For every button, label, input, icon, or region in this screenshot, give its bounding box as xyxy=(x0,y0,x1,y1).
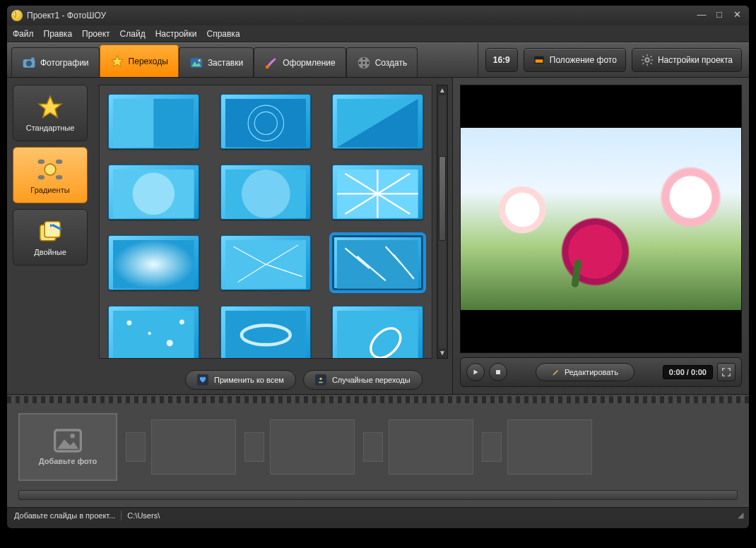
timeline-scrollbar[interactable] xyxy=(18,490,738,500)
slide-slot[interactable] xyxy=(389,419,473,475)
transition-preview-icon xyxy=(113,99,194,148)
transition-thumb[interactable] xyxy=(220,94,312,149)
status-hint: Добавьте слайды в проект... xyxy=(14,511,115,520)
svg-point-61 xyxy=(148,332,151,335)
random-transitions-button[interactable]: Случайные переходы xyxy=(303,370,423,390)
preview-stage xyxy=(460,85,742,353)
tab-decor[interactable]: Оформление xyxy=(254,47,345,77)
svg-point-27 xyxy=(45,164,56,175)
timeline-slot-pair xyxy=(126,419,236,475)
svg-point-70 xyxy=(70,434,75,439)
svg-point-59 xyxy=(126,321,131,326)
stop-button[interactable] xyxy=(489,363,507,381)
menu-settings[interactable]: Настройки xyxy=(155,29,197,39)
category-double-label: Двойные xyxy=(34,248,66,256)
project-settings-button[interactable]: Настройки проекта xyxy=(632,48,742,72)
svg-point-30 xyxy=(38,160,45,164)
transition-thumb[interactable] xyxy=(332,306,423,359)
svg-rect-2 xyxy=(31,57,34,59)
transition-slot[interactable] xyxy=(244,432,264,462)
timeline-slot-pair xyxy=(244,419,355,475)
apply-all-button[interactable]: Применить ко всем xyxy=(185,370,296,390)
gallery-scrollbar[interactable]: ▲ ▼ xyxy=(437,85,448,359)
category-standard[interactable]: Стандартные xyxy=(13,85,88,141)
preview-image xyxy=(461,128,741,309)
transition-thumb[interactable] xyxy=(220,235,312,290)
maximize-button[interactable]: □ xyxy=(711,10,727,21)
window-title: Проект1 - ФотоШОУ xyxy=(27,11,106,20)
transition-preview-icon xyxy=(337,169,418,218)
resize-grip[interactable]: ◢ xyxy=(738,511,742,520)
transition-thumb[interactable] xyxy=(108,165,199,220)
scroll-up-arrow[interactable]: ▲ xyxy=(437,85,447,95)
svg-rect-63 xyxy=(225,311,307,359)
brush-icon xyxy=(264,56,278,70)
transition-thumb[interactable] xyxy=(220,165,312,220)
transition-thumb[interactable] xyxy=(332,94,423,149)
slide-slot[interactable] xyxy=(507,419,592,475)
transition-thumb[interactable] xyxy=(332,165,423,220)
svg-rect-58 xyxy=(113,311,194,359)
apply-all-label: Применить ко всем xyxy=(214,376,284,384)
picture-icon xyxy=(189,56,203,70)
timeline: Добавьте фото xyxy=(7,394,749,507)
transition-thumb[interactable] xyxy=(332,235,423,290)
transition-slot[interactable] xyxy=(482,432,502,462)
tab-photos-label: Фотографии xyxy=(40,58,89,68)
fullscreen-button[interactable] xyxy=(717,363,736,381)
close-button[interactable]: ✕ xyxy=(729,10,745,21)
tab-titles[interactable]: Заставки xyxy=(179,47,254,77)
transition-thumb[interactable] xyxy=(108,94,199,149)
image-placeholder-icon xyxy=(54,429,82,453)
heart-icon xyxy=(197,374,208,386)
menu-file[interactable]: Файл xyxy=(13,29,34,39)
svg-point-28 xyxy=(38,175,45,179)
preview-controls: Редактировать 0:00 / 0:00 xyxy=(460,357,742,387)
slide-slot[interactable] xyxy=(151,419,236,475)
svg-rect-23 xyxy=(650,56,652,58)
svg-point-45 xyxy=(242,169,290,218)
aspect-ratio-label: 16:9 xyxy=(493,55,510,65)
scroll-down-arrow[interactable]: ▼ xyxy=(437,348,447,358)
svg-rect-51 xyxy=(113,240,194,289)
transition-thumb[interactable] xyxy=(108,306,199,359)
transition-thumb[interactable] xyxy=(108,235,199,290)
menu-edit[interactable]: Правка xyxy=(44,29,73,39)
tab-transitions-label: Переходы xyxy=(129,56,168,66)
svg-point-10 xyxy=(362,57,365,59)
menu-project[interactable]: Проект xyxy=(82,29,110,39)
timeline-slot-pair xyxy=(363,419,473,475)
transition-slot[interactable] xyxy=(363,432,383,462)
photo-position-button[interactable]: Положение фото xyxy=(524,48,626,72)
add-photo-slot[interactable]: Добавьте фото xyxy=(18,413,117,481)
camera-icon xyxy=(22,56,36,70)
filmstrip-decoration xyxy=(7,396,749,403)
slide-slot[interactable] xyxy=(270,419,355,475)
category-gradients-label: Градиенты xyxy=(30,186,69,194)
edit-button[interactable]: Редактировать xyxy=(536,363,634,381)
transitions-gallery xyxy=(99,85,432,359)
menubar: Файл Правка Проект Слайд Настройки Справ… xyxy=(7,25,749,42)
svg-point-43 xyxy=(133,173,175,215)
svg-rect-37 xyxy=(225,99,307,148)
menu-help[interactable]: Справка xyxy=(206,29,240,39)
spotlights-icon xyxy=(37,156,64,183)
svg-marker-67 xyxy=(474,370,478,375)
transition-slot[interactable] xyxy=(126,432,146,462)
svg-point-11 xyxy=(362,66,365,68)
category-gradients[interactable]: Градиенты xyxy=(13,147,88,203)
svg-point-66 xyxy=(319,378,321,380)
star-icon xyxy=(37,94,64,121)
app-icon xyxy=(11,10,23,21)
transition-thumb[interactable] xyxy=(220,306,312,359)
menu-slide[interactable]: Слайд xyxy=(120,29,146,39)
aspect-ratio-button[interactable]: 16:9 xyxy=(485,48,518,72)
tab-photos[interactable]: Фотографии xyxy=(11,47,100,77)
category-double[interactable]: Двойные xyxy=(13,209,88,266)
play-button[interactable] xyxy=(466,363,485,381)
tab-transitions[interactable]: Переходы xyxy=(100,44,179,77)
minimize-button[interactable]: ― xyxy=(694,10,709,21)
scroll-handle[interactable] xyxy=(439,156,446,241)
tab-create[interactable]: Создать xyxy=(346,47,418,77)
svg-marker-26 xyxy=(39,96,61,117)
